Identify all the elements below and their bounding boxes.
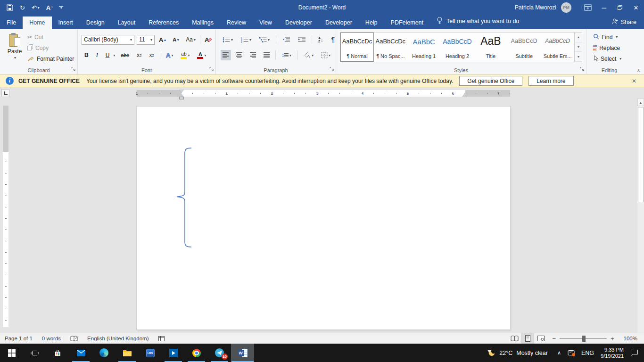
styles-more-icon[interactable]: ▼: [575, 52, 582, 62]
replace-button[interactable]: abacReplace: [593, 44, 621, 52]
style-heading-2[interactable]: AaBbCcDHeading 2: [441, 33, 474, 62]
bullets-button[interactable]: ▾: [221, 34, 235, 45]
grow-font-button[interactable]: A▲: [157, 34, 168, 45]
borders-button[interactable]: ▾: [319, 50, 332, 60]
task-view-icon[interactable]: [23, 344, 46, 362]
line-spacing-button[interactable]: ↕▾: [280, 50, 293, 60]
get-genuine-office-button[interactable]: Get genuine Office: [459, 76, 522, 86]
style-title[interactable]: AaBTitle: [474, 33, 507, 62]
macro-recording-icon[interactable]: [154, 333, 169, 344]
word-taskbar-icon[interactable]: W: [231, 344, 254, 362]
font-name-combo[interactable]: Calibri (Body)▾: [82, 35, 134, 45]
numbering-button[interactable]: 123▾: [239, 34, 253, 45]
scrollbar-thumb[interactable]: [638, 107, 644, 202]
tab-file[interactable]: File: [0, 16, 23, 29]
tab-stop-selector[interactable]: [1, 89, 9, 97]
style-subtitle[interactable]: AaBbCcDSubtitle: [507, 33, 541, 62]
first-line-indent-marker[interactable]: [179, 90, 184, 93]
tray-expand-icon[interactable]: ∧: [557, 350, 561, 356]
style-subtle-emphasis[interactable]: AaBbCcDSubtle Em...: [541, 33, 574, 62]
zoom-in-icon[interactable]: +: [611, 335, 614, 342]
highlight-color-button[interactable]: ab▾: [179, 50, 191, 60]
chrome-icon[interactable]: [185, 344, 208, 362]
zoom-out-icon[interactable]: −: [552, 335, 556, 342]
zoom-slider-thumb[interactable]: [582, 336, 586, 342]
style-heading-1[interactable]: AaBbCHeading 1: [407, 33, 441, 62]
save-icon[interactable]: [7, 4, 13, 11]
shading-button[interactable]: ▾: [301, 50, 315, 60]
document-page[interactable]: [137, 107, 510, 329]
language-indicator[interactable]: English (United Kingdom): [83, 333, 153, 344]
left-brace-shape[interactable]: [175, 147, 193, 248]
undo-icon[interactable]: ↶▾: [32, 4, 40, 11]
subscript-button[interactable]: x2: [135, 50, 143, 60]
restore-icon[interactable]: [612, 0, 628, 15]
italic-button[interactable]: I: [94, 50, 100, 60]
left-indent-marker[interactable]: [179, 97, 184, 99]
file-explorer-icon[interactable]: [116, 344, 139, 362]
user-name[interactable]: Patricia Mworozi: [515, 4, 556, 11]
read-mode-icon[interactable]: [508, 333, 521, 344]
microsoft-store-icon[interactable]: [46, 344, 69, 362]
tab-home[interactable]: Home: [23, 16, 51, 29]
scroll-up-icon[interactable]: ▲: [637, 99, 644, 106]
bold-button[interactable]: B: [83, 50, 91, 60]
proofing-icon[interactable]: [66, 333, 83, 344]
change-case-button[interactable]: Aa▾: [184, 34, 198, 45]
font-size-combo[interactable]: 11▾: [137, 35, 155, 45]
paste-button[interactable]: Paste ▾: [4, 33, 25, 69]
paragraph-dialog-launcher-icon[interactable]: [330, 66, 334, 73]
lms-app-icon[interactable]: LMS: [139, 344, 162, 362]
page-indicator[interactable]: Page 1 of 1: [0, 333, 37, 344]
superscript-button[interactable]: x2: [148, 50, 156, 60]
align-left-button[interactable]: [221, 50, 231, 60]
font-color-button[interactable]: A▾: [195, 50, 208, 60]
tab-insert[interactable]: Insert: [52, 16, 80, 29]
notification-close-icon[interactable]: ✕: [629, 77, 639, 85]
right-indent-marker[interactable]: [462, 94, 467, 97]
show-hide-pilcrow-button[interactable]: ¶: [330, 34, 337, 45]
multilevel-list-button[interactable]: ▾: [257, 34, 272, 45]
word-count[interactable]: 0 words: [37, 333, 66, 344]
movies-tv-icon[interactable]: [162, 344, 185, 362]
telegram-icon[interactable]: 10: [208, 344, 231, 362]
weather-widget[interactable]: 22°C Mostly clear: [484, 348, 551, 358]
tray-app-icon[interactable]: [568, 350, 575, 356]
format-painter-button[interactable]: Format Painter: [27, 55, 74, 63]
vertical-ruler[interactable]: [3, 106, 8, 327]
select-button[interactable]: Select▾: [593, 55, 621, 63]
sort-button[interactable]: AZ↓: [316, 34, 325, 45]
language-tray[interactable]: ENG: [581, 350, 594, 356]
styles-dialog-launcher-icon[interactable]: [580, 66, 584, 73]
align-center-button[interactable]: [234, 50, 244, 60]
strikethrough-button[interactable]: abc: [119, 50, 131, 60]
tab-developer-2[interactable]: Developer: [319, 16, 359, 29]
cut-button[interactable]: ✂Cut: [27, 33, 74, 41]
zoom-slider[interactable]: [560, 338, 607, 339]
minimize-icon[interactable]: ─: [596, 0, 612, 15]
style-no-spacing[interactable]: AaBbCcDc¶ No Spac...: [374, 33, 407, 62]
share-button[interactable]: Share: [604, 18, 644, 29]
tab-pdfelement[interactable]: PDFelement: [384, 16, 430, 29]
read-aloud-icon[interactable]: A⁾: [46, 4, 52, 11]
vertical-scrollbar[interactable]: ▲: [637, 99, 644, 333]
tab-layout[interactable]: Layout: [111, 16, 142, 29]
action-center-icon[interactable]: [630, 349, 638, 357]
justify-button[interactable]: [262, 50, 272, 60]
increase-indent-button[interactable]: [296, 34, 307, 45]
copy-button[interactable]: Copy: [27, 44, 74, 52]
start-button[interactable]: [0, 344, 23, 362]
decrease-indent-button[interactable]: [281, 34, 292, 45]
tab-view[interactable]: View: [253, 16, 279, 29]
clock[interactable]: 9:33 PM 9/19/2021: [601, 347, 624, 359]
learn-more-button[interactable]: Learn more: [528, 76, 573, 86]
web-layout-icon[interactable]: [534, 333, 547, 344]
ribbon-display-options-icon[interactable]: [580, 0, 596, 15]
mail-icon[interactable]: [69, 344, 92, 362]
style-normal[interactable]: AaBbCcDc¶ Normal: [340, 33, 374, 62]
shrink-font-button[interactable]: A▼: [171, 34, 182, 45]
tab-review[interactable]: Review: [220, 16, 253, 29]
font-dialog-launcher-icon[interactable]: [209, 66, 214, 73]
close-icon[interactable]: ✕: [628, 0, 644, 15]
styles-scroll-up-icon[interactable]: ▲: [575, 33, 582, 42]
